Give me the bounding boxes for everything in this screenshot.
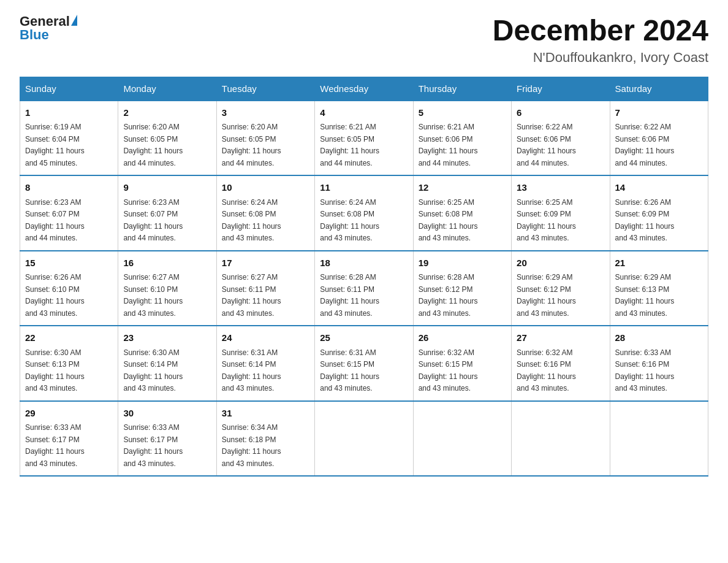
header-cell-saturday: Saturday (610, 77, 708, 101)
day-number: 3 (222, 106, 309, 120)
day-info: Sunrise: 6:20 AMSunset: 6:05 PMDaylight:… (222, 123, 281, 167)
day-number: 21 (615, 256, 703, 270)
calendar-day-cell: 7Sunrise: 6:22 AMSunset: 6:06 PMDaylight… (610, 101, 708, 176)
calendar-day-cell: 22Sunrise: 6:30 AMSunset: 6:13 PMDayligh… (20, 326, 118, 401)
day-info: Sunrise: 6:33 AMSunset: 6:16 PMDaylight:… (615, 348, 675, 393)
day-number: 23 (123, 331, 211, 345)
logo-blue-text: Blue (20, 28, 77, 42)
empty-calendar-cell (315, 401, 413, 477)
calendar-day-cell: 16Sunrise: 6:27 AMSunset: 6:10 PMDayligh… (118, 251, 216, 326)
day-number: 12 (419, 181, 506, 195)
day-info: Sunrise: 6:27 AMSunset: 6:10 PMDaylight:… (123, 273, 183, 318)
title-block: December 2024 N'Douffoukankro, Ivory Coa… (493, 15, 708, 66)
day-info: Sunrise: 6:33 AMSunset: 6:17 PMDaylight:… (25, 423, 85, 468)
day-number: 9 (123, 181, 211, 195)
calendar-day-cell: 9Sunrise: 6:23 AMSunset: 6:07 PMDaylight… (118, 175, 216, 251)
day-number: 20 (517, 256, 604, 270)
day-number: 27 (517, 331, 604, 345)
calendar-day-cell: 24Sunrise: 6:31 AMSunset: 6:14 PMDayligh… (216, 326, 314, 401)
calendar-day-cell: 15Sunrise: 6:26 AMSunset: 6:10 PMDayligh… (20, 251, 118, 326)
calendar-day-cell: 3Sunrise: 6:20 AMSunset: 6:05 PMDaylight… (216, 101, 314, 176)
logo-general-text: General (20, 15, 70, 28)
calendar-week-row: 8Sunrise: 6:23 AMSunset: 6:07 PMDaylight… (20, 175, 708, 251)
day-info: Sunrise: 6:20 AMSunset: 6:05 PMDaylight:… (123, 123, 183, 167)
day-number: 15 (25, 256, 113, 270)
logo-triangle-icon (71, 15, 77, 26)
calendar-day-cell: 20Sunrise: 6:29 AMSunset: 6:12 PMDayligh… (512, 251, 610, 326)
day-info: Sunrise: 6:25 AMSunset: 6:08 PMDaylight:… (419, 198, 478, 243)
day-info: Sunrise: 6:25 AMSunset: 6:09 PMDaylight:… (517, 198, 576, 243)
header-row: SundayMondayTuesdayWednesdayThursdayFrid… (20, 77, 708, 101)
day-info: Sunrise: 6:28 AMSunset: 6:11 PMDaylight:… (320, 273, 379, 318)
calendar-day-cell: 14Sunrise: 6:26 AMSunset: 6:09 PMDayligh… (610, 175, 708, 251)
day-info: Sunrise: 6:19 AMSunset: 6:04 PMDaylight:… (25, 123, 85, 167)
calendar-day-cell: 4Sunrise: 6:21 AMSunset: 6:05 PMDaylight… (315, 101, 413, 176)
empty-calendar-cell (610, 401, 708, 477)
day-number: 26 (419, 331, 506, 345)
header-cell-sunday: Sunday (20, 77, 118, 101)
day-number: 4 (320, 106, 408, 120)
day-info: Sunrise: 6:33 AMSunset: 6:17 PMDaylight:… (123, 423, 183, 468)
day-info: Sunrise: 6:21 AMSunset: 6:06 PMDaylight:… (419, 123, 478, 167)
day-number: 5 (419, 106, 506, 120)
day-number: 22 (25, 331, 113, 345)
day-info: Sunrise: 6:24 AMSunset: 6:08 PMDaylight:… (222, 198, 281, 243)
day-info: Sunrise: 6:22 AMSunset: 6:06 PMDaylight:… (517, 123, 576, 167)
day-number: 11 (320, 181, 408, 195)
day-number: 17 (222, 256, 309, 270)
day-number: 25 (320, 331, 408, 345)
calendar-day-cell: 23Sunrise: 6:30 AMSunset: 6:14 PMDayligh… (118, 326, 216, 401)
day-number: 6 (517, 106, 604, 120)
calendar-day-cell: 17Sunrise: 6:27 AMSunset: 6:11 PMDayligh… (216, 251, 314, 326)
calendar-day-cell: 21Sunrise: 6:29 AMSunset: 6:13 PMDayligh… (610, 251, 708, 326)
calendar-day-cell: 8Sunrise: 6:23 AMSunset: 6:07 PMDaylight… (20, 175, 118, 251)
day-info: Sunrise: 6:29 AMSunset: 6:13 PMDaylight:… (615, 273, 675, 318)
calendar-day-cell: 1Sunrise: 6:19 AMSunset: 6:04 PMDaylight… (20, 101, 118, 176)
calendar-day-cell: 11Sunrise: 6:24 AMSunset: 6:08 PMDayligh… (315, 175, 413, 251)
day-number: 13 (517, 181, 604, 195)
header-cell-wednesday: Wednesday (315, 77, 413, 101)
day-number: 16 (123, 256, 211, 270)
calendar-day-cell: 28Sunrise: 6:33 AMSunset: 6:16 PMDayligh… (610, 326, 708, 401)
day-info: Sunrise: 6:21 AMSunset: 6:05 PMDaylight:… (320, 123, 379, 167)
calendar-day-cell: 25Sunrise: 6:31 AMSunset: 6:15 PMDayligh… (315, 326, 413, 401)
day-info: Sunrise: 6:32 AMSunset: 6:16 PMDaylight:… (517, 348, 576, 393)
calendar-location: N'Douffoukankro, Ivory Coast (493, 50, 708, 66)
day-info: Sunrise: 6:31 AMSunset: 6:15 PMDaylight:… (320, 348, 379, 393)
calendar-header: SundayMondayTuesdayWednesdayThursdayFrid… (20, 77, 708, 101)
calendar-day-cell: 5Sunrise: 6:21 AMSunset: 6:06 PMDaylight… (413, 101, 511, 176)
day-number: 18 (320, 256, 408, 270)
day-info: Sunrise: 6:34 AMSunset: 6:18 PMDaylight:… (222, 423, 281, 468)
calendar-title: December 2024 (493, 15, 708, 47)
day-info: Sunrise: 6:26 AMSunset: 6:10 PMDaylight:… (25, 273, 85, 318)
calendar-day-cell: 26Sunrise: 6:32 AMSunset: 6:15 PMDayligh… (413, 326, 511, 401)
day-number: 8 (25, 181, 113, 195)
empty-calendar-cell (413, 401, 511, 477)
day-info: Sunrise: 6:31 AMSunset: 6:14 PMDaylight:… (222, 348, 281, 393)
calendar-day-cell: 29Sunrise: 6:33 AMSunset: 6:17 PMDayligh… (20, 401, 118, 477)
day-info: Sunrise: 6:22 AMSunset: 6:06 PMDaylight:… (615, 123, 675, 167)
day-number: 24 (222, 331, 309, 345)
header-cell-monday: Monday (118, 77, 216, 101)
day-number: 2 (123, 106, 211, 120)
calendar-body: 1Sunrise: 6:19 AMSunset: 6:04 PMDaylight… (20, 101, 708, 477)
calendar-day-cell: 6Sunrise: 6:22 AMSunset: 6:06 PMDaylight… (512, 101, 610, 176)
header-cell-thursday: Thursday (413, 77, 511, 101)
day-info: Sunrise: 6:23 AMSunset: 6:07 PMDaylight:… (25, 198, 85, 243)
day-info: Sunrise: 6:30 AMSunset: 6:14 PMDaylight:… (123, 348, 183, 393)
day-number: 31 (222, 407, 309, 421)
day-info: Sunrise: 6:24 AMSunset: 6:08 PMDaylight:… (320, 198, 379, 243)
header-cell-friday: Friday (512, 77, 610, 101)
calendar-day-cell: 13Sunrise: 6:25 AMSunset: 6:09 PMDayligh… (512, 175, 610, 251)
page-header: General Blue December 2024 N'Douffoukank… (20, 15, 708, 66)
day-number: 28 (615, 331, 703, 345)
calendar-week-row: 29Sunrise: 6:33 AMSunset: 6:17 PMDayligh… (20, 401, 708, 477)
calendar-day-cell: 30Sunrise: 6:33 AMSunset: 6:17 PMDayligh… (118, 401, 216, 477)
day-number: 1 (25, 106, 113, 120)
day-info: Sunrise: 6:27 AMSunset: 6:11 PMDaylight:… (222, 273, 281, 318)
calendar-day-cell: 27Sunrise: 6:32 AMSunset: 6:16 PMDayligh… (512, 326, 610, 401)
day-number: 30 (123, 407, 211, 421)
empty-calendar-cell (512, 401, 610, 477)
calendar-week-row: 15Sunrise: 6:26 AMSunset: 6:10 PMDayligh… (20, 251, 708, 326)
calendar-day-cell: 10Sunrise: 6:24 AMSunset: 6:08 PMDayligh… (216, 175, 314, 251)
